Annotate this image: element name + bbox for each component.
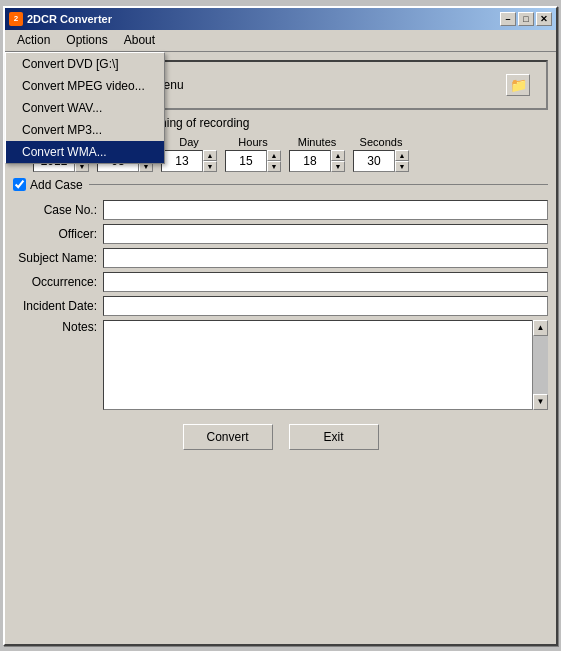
hours-spinner: ▲ ▼ [225,150,281,172]
menu-bar: Action Options About Convert DVD [G:\] C… [5,30,556,52]
day-field: Day ▲ ▼ [161,136,217,172]
hours-arrows: ▲ ▼ [267,150,281,172]
notes-label: Notes: [13,320,103,334]
scrollbar-up[interactable]: ▲ [533,320,548,336]
incident-date-label: Incident Date: [13,299,103,313]
minutes-up[interactable]: ▲ [331,150,345,161]
hours-up[interactable]: ▲ [267,150,281,161]
subject-name-row: Subject Name: [13,248,548,268]
main-window: 2 2DCR Converter – □ ✕ Action Options Ab… [3,6,558,646]
incident-date-row: Incident Date: [13,296,548,316]
dropdown-convert-mpeg[interactable]: Convert MPEG video... [6,75,164,97]
menu-options[interactable]: Options [58,31,115,49]
close-button[interactable]: ✕ [536,12,552,26]
day-spinner: ▲ ▼ [161,150,217,172]
hours-field: Hours ▲ ▼ [225,136,281,172]
case-no-row: Case No.: [13,200,548,220]
dropdown-convert-wma[interactable]: Convert WMA... [6,141,164,163]
minutes-down[interactable]: ▼ [331,161,345,172]
menu-about[interactable]: About [116,31,163,49]
minutes-spinner: ▲ ▼ [289,150,345,172]
dropdown-convert-wav[interactable]: Convert WAV... [6,97,164,119]
hours-input[interactable] [225,150,267,172]
day-up[interactable]: ▲ [203,150,217,161]
add-case-section: Add Case Case No.: Officer: Subject Name… [13,178,548,410]
scrollbar-track [533,336,548,394]
minutes-label: Minutes [298,136,337,148]
add-case-header: Add Case [13,178,548,192]
bottom-buttons: Convert Exit [13,416,548,454]
maximize-button[interactable]: □ [518,12,534,26]
title-bar-left: 2 2DCR Converter [9,12,112,26]
dropdown-convert-mp3[interactable]: Convert MP3... [6,119,164,141]
day-arrows: ▲ ▼ [203,150,217,172]
officer-label: Officer: [13,227,103,241]
minutes-arrows: ▲ ▼ [331,150,345,172]
subject-name-input[interactable] [103,248,548,268]
dropdown-convert-dvd[interactable]: Convert DVD [G:\] [6,53,164,75]
notes-container: ▲ ▼ [103,320,548,410]
convert-button[interactable]: Convert [183,424,273,450]
day-label: Day [179,136,199,148]
add-case-label-text: Add Case [30,178,83,192]
seconds-label: Seconds [360,136,403,148]
seconds-arrows: ▲ ▼ [395,150,409,172]
occurrence-input[interactable] [103,272,548,292]
occurrence-row: Occurrence: [13,272,548,292]
occurrence-label: Occurrence: [13,275,103,289]
action-dropdown-menu: Convert DVD [G:\] Convert MPEG video... … [5,52,165,164]
minutes-field: Minutes ▲ ▼ [289,136,345,172]
case-no-label: Case No.: [13,203,103,217]
notes-textarea[interactable] [103,320,548,410]
scrollbar-down[interactable]: ▼ [533,394,548,410]
notes-scrollbar: ▲ ▼ [532,320,548,410]
notes-row: Notes: ▲ ▼ [13,320,548,410]
seconds-down[interactable]: ▼ [395,161,409,172]
minutes-input[interactable] [289,150,331,172]
case-no-input[interactable] [103,200,548,220]
day-input[interactable] [161,150,203,172]
seconds-input[interactable] [353,150,395,172]
minimize-button[interactable]: – [500,12,516,26]
hours-down[interactable]: ▼ [267,161,281,172]
officer-row: Officer: [13,224,548,244]
officer-input[interactable] [103,224,548,244]
seconds-field: Seconds ▲ ▼ [353,136,409,172]
incident-date-input[interactable] [103,296,548,316]
seconds-spinner: ▲ ▼ [353,150,409,172]
form-fields: Case No.: Officer: Subject Name: Occurre… [13,200,548,410]
menu-action[interactable]: Action [9,31,58,49]
exit-button[interactable]: Exit [289,424,379,450]
add-case-checkbox-label[interactable]: Add Case [13,178,83,192]
browse-button[interactable]: 📁 [506,74,530,96]
day-down[interactable]: ▼ [203,161,217,172]
seconds-up[interactable]: ▲ [395,150,409,161]
window-title: 2DCR Converter [27,13,112,25]
app-icon: 2 [9,12,23,26]
title-bar: 2 2DCR Converter – □ ✕ [5,8,556,30]
hours-label: Hours [238,136,267,148]
subject-name-label: Subject Name: [13,251,103,265]
title-buttons: – □ ✕ [500,12,552,26]
add-case-checkbox[interactable] [13,178,26,191]
add-case-divider [89,184,548,185]
